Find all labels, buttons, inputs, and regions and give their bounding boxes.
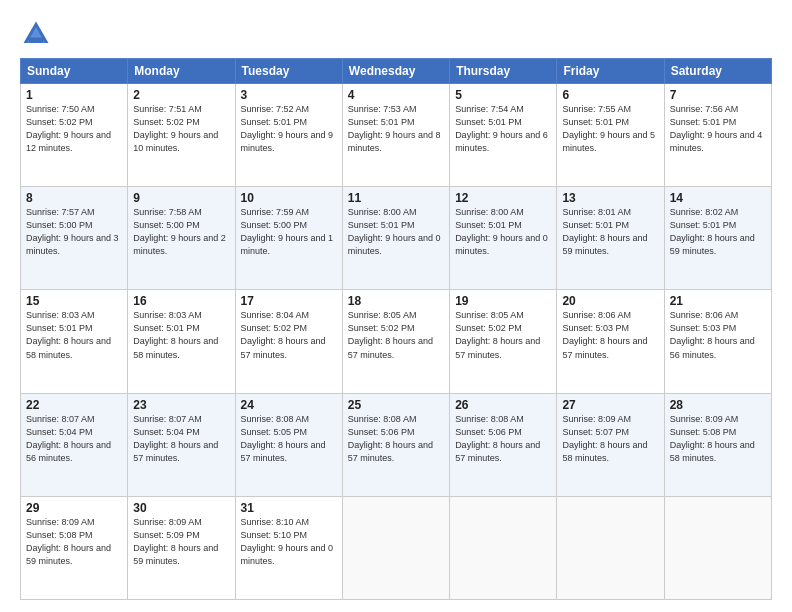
- calendar-cell: 11Sunrise: 8:00 AM Sunset: 5:01 PM Dayli…: [342, 187, 449, 290]
- day-number: 29: [26, 501, 122, 515]
- day-number: 15: [26, 294, 122, 308]
- calendar-cell: 26Sunrise: 8:08 AM Sunset: 5:06 PM Dayli…: [450, 393, 557, 496]
- day-info: Sunrise: 8:05 AM Sunset: 5:02 PM Dayligh…: [348, 309, 444, 361]
- day-number: 8: [26, 191, 122, 205]
- day-number: 23: [133, 398, 229, 412]
- day-info: Sunrise: 8:01 AM Sunset: 5:01 PM Dayligh…: [562, 206, 658, 258]
- calendar-cell: 25Sunrise: 8:08 AM Sunset: 5:06 PM Dayli…: [342, 393, 449, 496]
- day-info: Sunrise: 7:50 AM Sunset: 5:02 PM Dayligh…: [26, 103, 122, 155]
- day-info: Sunrise: 8:07 AM Sunset: 5:04 PM Dayligh…: [26, 413, 122, 465]
- day-number: 16: [133, 294, 229, 308]
- calendar-cell: 1Sunrise: 7:50 AM Sunset: 5:02 PM Daylig…: [21, 84, 128, 187]
- calendar-cell: 17Sunrise: 8:04 AM Sunset: 5:02 PM Dayli…: [235, 290, 342, 393]
- calendar-cell: 8Sunrise: 7:57 AM Sunset: 5:00 PM Daylig…: [21, 187, 128, 290]
- day-info: Sunrise: 8:03 AM Sunset: 5:01 PM Dayligh…: [133, 309, 229, 361]
- calendar-cell: 6Sunrise: 7:55 AM Sunset: 5:01 PM Daylig…: [557, 84, 664, 187]
- day-number: 20: [562, 294, 658, 308]
- col-header-saturday: Saturday: [664, 59, 771, 84]
- calendar-cell: 16Sunrise: 8:03 AM Sunset: 5:01 PM Dayli…: [128, 290, 235, 393]
- day-info: Sunrise: 7:58 AM Sunset: 5:00 PM Dayligh…: [133, 206, 229, 258]
- calendar-cell: 13Sunrise: 8:01 AM Sunset: 5:01 PM Dayli…: [557, 187, 664, 290]
- calendar-cell: 10Sunrise: 7:59 AM Sunset: 5:00 PM Dayli…: [235, 187, 342, 290]
- day-info: Sunrise: 8:06 AM Sunset: 5:03 PM Dayligh…: [562, 309, 658, 361]
- calendar-cell: 31Sunrise: 8:10 AM Sunset: 5:10 PM Dayli…: [235, 496, 342, 599]
- day-info: Sunrise: 8:00 AM Sunset: 5:01 PM Dayligh…: [455, 206, 551, 258]
- calendar-cell: [557, 496, 664, 599]
- day-info: Sunrise: 8:08 AM Sunset: 5:06 PM Dayligh…: [348, 413, 444, 465]
- day-number: 30: [133, 501, 229, 515]
- calendar-cell: 30Sunrise: 8:09 AM Sunset: 5:09 PM Dayli…: [128, 496, 235, 599]
- day-info: Sunrise: 7:55 AM Sunset: 5:01 PM Dayligh…: [562, 103, 658, 155]
- calendar-table: SundayMondayTuesdayWednesdayThursdayFrid…: [20, 58, 772, 600]
- header: [20, 18, 772, 50]
- calendar-cell: 21Sunrise: 8:06 AM Sunset: 5:03 PM Dayli…: [664, 290, 771, 393]
- calendar-cell: 27Sunrise: 8:09 AM Sunset: 5:07 PM Dayli…: [557, 393, 664, 496]
- day-number: 27: [562, 398, 658, 412]
- day-number: 1: [26, 88, 122, 102]
- day-number: 5: [455, 88, 551, 102]
- calendar-cell: 28Sunrise: 8:09 AM Sunset: 5:08 PM Dayli…: [664, 393, 771, 496]
- day-number: 14: [670, 191, 766, 205]
- day-info: Sunrise: 8:08 AM Sunset: 5:05 PM Dayligh…: [241, 413, 337, 465]
- day-number: 25: [348, 398, 444, 412]
- col-header-tuesday: Tuesday: [235, 59, 342, 84]
- calendar-cell: 2Sunrise: 7:51 AM Sunset: 5:02 PM Daylig…: [128, 84, 235, 187]
- day-info: Sunrise: 8:05 AM Sunset: 5:02 PM Dayligh…: [455, 309, 551, 361]
- day-number: 10: [241, 191, 337, 205]
- calendar-cell: 14Sunrise: 8:02 AM Sunset: 5:01 PM Dayli…: [664, 187, 771, 290]
- calendar-cell: 20Sunrise: 8:06 AM Sunset: 5:03 PM Dayli…: [557, 290, 664, 393]
- day-info: Sunrise: 7:59 AM Sunset: 5:00 PM Dayligh…: [241, 206, 337, 258]
- day-number: 26: [455, 398, 551, 412]
- day-number: 19: [455, 294, 551, 308]
- day-info: Sunrise: 7:54 AM Sunset: 5:01 PM Dayligh…: [455, 103, 551, 155]
- col-header-wednesday: Wednesday: [342, 59, 449, 84]
- calendar-cell: 4Sunrise: 7:53 AM Sunset: 5:01 PM Daylig…: [342, 84, 449, 187]
- calendar-cell: 5Sunrise: 7:54 AM Sunset: 5:01 PM Daylig…: [450, 84, 557, 187]
- calendar-cell: [450, 496, 557, 599]
- day-number: 22: [26, 398, 122, 412]
- day-number: 7: [670, 88, 766, 102]
- day-info: Sunrise: 7:57 AM Sunset: 5:00 PM Dayligh…: [26, 206, 122, 258]
- calendar-cell: [664, 496, 771, 599]
- col-header-monday: Monday: [128, 59, 235, 84]
- day-info: Sunrise: 8:09 AM Sunset: 5:08 PM Dayligh…: [26, 516, 122, 568]
- day-info: Sunrise: 7:53 AM Sunset: 5:01 PM Dayligh…: [348, 103, 444, 155]
- day-number: 2: [133, 88, 229, 102]
- day-info: Sunrise: 7:51 AM Sunset: 5:02 PM Dayligh…: [133, 103, 229, 155]
- calendar-cell: 18Sunrise: 8:05 AM Sunset: 5:02 PM Dayli…: [342, 290, 449, 393]
- svg-rect-2: [29, 38, 43, 43]
- calendar-cell: 9Sunrise: 7:58 AM Sunset: 5:00 PM Daylig…: [128, 187, 235, 290]
- day-info: Sunrise: 8:09 AM Sunset: 5:09 PM Dayligh…: [133, 516, 229, 568]
- calendar-cell: 3Sunrise: 7:52 AM Sunset: 5:01 PM Daylig…: [235, 84, 342, 187]
- calendar-header-row: SundayMondayTuesdayWednesdayThursdayFrid…: [21, 59, 772, 84]
- day-info: Sunrise: 8:10 AM Sunset: 5:10 PM Dayligh…: [241, 516, 337, 568]
- day-info: Sunrise: 8:09 AM Sunset: 5:08 PM Dayligh…: [670, 413, 766, 465]
- day-number: 18: [348, 294, 444, 308]
- calendar-cell: 19Sunrise: 8:05 AM Sunset: 5:02 PM Dayli…: [450, 290, 557, 393]
- day-number: 6: [562, 88, 658, 102]
- col-header-sunday: Sunday: [21, 59, 128, 84]
- day-info: Sunrise: 8:09 AM Sunset: 5:07 PM Dayligh…: [562, 413, 658, 465]
- day-number: 11: [348, 191, 444, 205]
- logo: [20, 18, 56, 50]
- day-number: 28: [670, 398, 766, 412]
- day-number: 31: [241, 501, 337, 515]
- calendar-cell: [342, 496, 449, 599]
- calendar-cell: 12Sunrise: 8:00 AM Sunset: 5:01 PM Dayli…: [450, 187, 557, 290]
- day-number: 24: [241, 398, 337, 412]
- calendar-cell: 29Sunrise: 8:09 AM Sunset: 5:08 PM Dayli…: [21, 496, 128, 599]
- day-info: Sunrise: 8:06 AM Sunset: 5:03 PM Dayligh…: [670, 309, 766, 361]
- day-number: 9: [133, 191, 229, 205]
- page: SundayMondayTuesdayWednesdayThursdayFrid…: [0, 0, 792, 612]
- logo-icon: [20, 18, 52, 50]
- calendar-week-5: 29Sunrise: 8:09 AM Sunset: 5:08 PM Dayli…: [21, 496, 772, 599]
- col-header-thursday: Thursday: [450, 59, 557, 84]
- col-header-friday: Friday: [557, 59, 664, 84]
- day-number: 17: [241, 294, 337, 308]
- calendar-cell: 7Sunrise: 7:56 AM Sunset: 5:01 PM Daylig…: [664, 84, 771, 187]
- calendar-cell: 23Sunrise: 8:07 AM Sunset: 5:04 PM Dayli…: [128, 393, 235, 496]
- day-info: Sunrise: 7:52 AM Sunset: 5:01 PM Dayligh…: [241, 103, 337, 155]
- day-info: Sunrise: 7:56 AM Sunset: 5:01 PM Dayligh…: [670, 103, 766, 155]
- day-number: 3: [241, 88, 337, 102]
- calendar-week-4: 22Sunrise: 8:07 AM Sunset: 5:04 PM Dayli…: [21, 393, 772, 496]
